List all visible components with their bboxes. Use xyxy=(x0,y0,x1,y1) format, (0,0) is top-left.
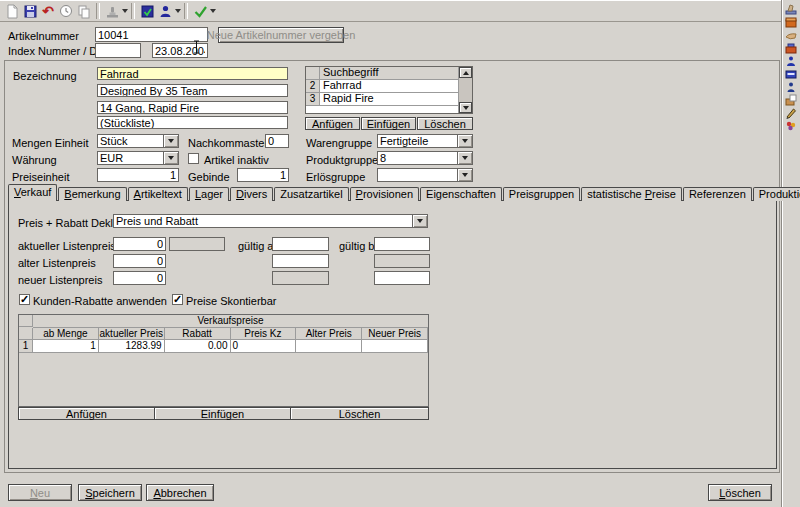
table-loeschen-button[interactable]: Löschen xyxy=(290,407,429,420)
chevron-down-icon[interactable] xyxy=(163,152,178,164)
tab-preisgruppen[interactable]: Preisgruppen xyxy=(503,187,580,201)
gueltig-bis-neu-input[interactable] xyxy=(374,271,430,285)
undo-icon[interactable]: ↶ xyxy=(39,3,57,20)
tab-produktion[interactable]: Produktion xyxy=(753,187,800,201)
stamp-hand-icon[interactable] xyxy=(784,2,798,15)
stamp-icon[interactable] xyxy=(103,3,121,20)
artikelnummer-input[interactable] xyxy=(95,27,208,42)
aktueller-preis-cell[interactable]: 1283.99 xyxy=(99,340,165,353)
keyboard-icon[interactable] xyxy=(784,67,798,80)
hand-icon[interactable] xyxy=(784,28,798,41)
chevron-down-icon[interactable] xyxy=(412,215,427,227)
chevron-down-icon[interactable] xyxy=(457,169,472,181)
preiseinheit-input[interactable] xyxy=(97,168,179,182)
tab-statistische-preise[interactable]: statistische Preise xyxy=(581,187,682,201)
bezeichnung-input-1[interactable] xyxy=(97,67,288,80)
pencil-tools-icon[interactable] xyxy=(784,106,798,119)
tab-verkauf[interactable]: Verkauf xyxy=(8,184,57,201)
alter-preis-cell[interactable] xyxy=(296,340,362,353)
suchbegriff-scrollbar[interactable] xyxy=(458,67,472,113)
alter-listenpreis-input[interactable] xyxy=(113,254,166,268)
table-header-row: ab Menge aktueller Preis Rabatt Preis Kz… xyxy=(19,328,428,340)
suchbegriff-einfuegen-button[interactable]: Einfügen xyxy=(361,117,416,130)
table-anfuegen-button[interactable]: Anfügen xyxy=(18,407,155,420)
bezeichnung-input-2[interactable] xyxy=(97,84,288,97)
tab-eigenschaften[interactable]: Eigenschaften xyxy=(420,187,502,201)
produktgruppe-select[interactable]: 8 xyxy=(377,151,473,165)
suchbegriff-anfuegen-button[interactable]: Anfügen xyxy=(305,117,360,130)
chevron-down-icon[interactable] xyxy=(457,135,472,147)
people-group-icon[interactable] xyxy=(784,119,798,132)
bezeichnung-input-3[interactable] xyxy=(97,101,288,114)
tab-lager[interactable]: Lager xyxy=(189,187,229,201)
tab-provisionen[interactable]: Provisionen xyxy=(350,187,419,201)
waehrung-select[interactable]: EUR xyxy=(97,151,179,165)
tab-zusatzartikel[interactable]: Zusatzartikel xyxy=(274,187,348,201)
history-clock-icon[interactable] xyxy=(57,3,75,20)
gebinde-input[interactable] xyxy=(237,168,289,182)
speichern-button[interactable]: Speichern xyxy=(78,484,142,501)
chevron-down-icon[interactable] xyxy=(457,152,472,164)
confirm-dropdown-icon[interactable] xyxy=(210,9,216,13)
produktgruppe-value: 8 xyxy=(378,152,457,164)
save-icon[interactable] xyxy=(21,3,39,20)
column-header[interactable]: Alter Preis xyxy=(296,328,362,340)
column-header[interactable]: aktueller Preis xyxy=(99,328,165,340)
user-dropdown-icon[interactable] xyxy=(175,9,181,13)
aktueller-listenpreis-input[interactable] xyxy=(113,237,166,251)
artikelnummer-label: Artikelnummer xyxy=(8,30,79,42)
open-box-icon[interactable] xyxy=(784,41,798,54)
column-header[interactable]: Neuer Preis xyxy=(362,328,428,340)
suchbegriff-cell[interactable]: Rapid Fire xyxy=(320,93,458,105)
suchbegriff-row[interactable]: 3 Rapid Fire xyxy=(306,93,458,106)
tab-artikeltext[interactable]: Artikeltext xyxy=(128,187,188,201)
neu-button[interactable]: Neu xyxy=(8,484,72,501)
bezeichnung-input-4[interactable] xyxy=(97,116,288,129)
gueltig-ab-aktuell-input[interactable] xyxy=(272,237,329,251)
abbrechen-button[interactable]: Abbrechen xyxy=(146,484,214,501)
confirm-check-icon[interactable] xyxy=(191,3,209,20)
erloesgruppe-label: Erlösgruppe xyxy=(306,171,365,183)
tab-referenzen[interactable]: Referenzen xyxy=(683,187,752,201)
table-einfuegen-button[interactable]: Einfügen xyxy=(154,407,291,420)
mengen-einheit-select[interactable]: Stück xyxy=(97,134,179,148)
select-check-icon[interactable] xyxy=(138,3,156,20)
erloesgruppe-select[interactable] xyxy=(377,168,473,182)
stamp-dropdown-icon[interactable] xyxy=(122,9,128,13)
tab-divers[interactable]: Divers xyxy=(230,187,273,201)
nachkommastellen-input[interactable] xyxy=(265,134,289,148)
artikel-inaktiv-checkbox[interactable] xyxy=(188,153,199,164)
column-header[interactable]: Rabatt xyxy=(165,328,231,340)
new-document-icon[interactable] xyxy=(3,3,21,20)
preis-kz-cell[interactable]: 0 xyxy=(231,340,297,353)
person-icon[interactable] xyxy=(784,80,798,93)
gueltig-bis-aktuell-input[interactable] xyxy=(374,237,430,251)
row-number: 1 xyxy=(19,340,33,353)
column-header[interactable]: ab Menge xyxy=(33,328,99,340)
user-blue-icon[interactable] xyxy=(784,54,798,67)
gueltig-ab-alt-input[interactable] xyxy=(272,254,329,268)
neuer-listenpreis-input[interactable] xyxy=(113,271,166,285)
deklaration-select[interactable]: Preis und Rabatt xyxy=(113,214,428,228)
package-icon[interactable] xyxy=(784,15,798,28)
kunden-rabatte-checkbox[interactable] xyxy=(19,294,30,305)
index-input[interactable] xyxy=(95,43,141,58)
rabatt-cell[interactable]: 0.00 xyxy=(165,340,231,353)
scroll-up-icon[interactable] xyxy=(459,67,472,78)
scroll-down-icon[interactable] xyxy=(459,102,472,113)
preise-skontierbar-checkbox[interactable] xyxy=(172,294,183,305)
column-header[interactable]: Preis Kz xyxy=(231,328,297,340)
neuer-preis-cell[interactable] xyxy=(362,340,428,353)
loeschen-button[interactable]: Löschen xyxy=(708,484,772,501)
suchbegriff-cell[interactable]: Fahrrad xyxy=(320,80,458,92)
copy-icon[interactable] xyxy=(75,3,93,20)
box-note-icon[interactable] xyxy=(784,93,798,106)
table-row[interactable]: 1 1 1283.99 0.00 0 xyxy=(19,340,428,353)
tab-bemerkung[interactable]: Bemerkung xyxy=(58,187,126,201)
chevron-down-icon[interactable] xyxy=(163,135,178,147)
suchbegriff-loeschen-button[interactable]: Löschen xyxy=(417,117,473,130)
neue-artikelnummer-button[interactable]: Neue Artikelnummer vergeben xyxy=(218,27,344,43)
warengruppe-select[interactable]: Fertigteile xyxy=(377,134,473,148)
ab-menge-cell[interactable]: 1 xyxy=(33,340,99,353)
user-icon[interactable] xyxy=(156,3,174,20)
